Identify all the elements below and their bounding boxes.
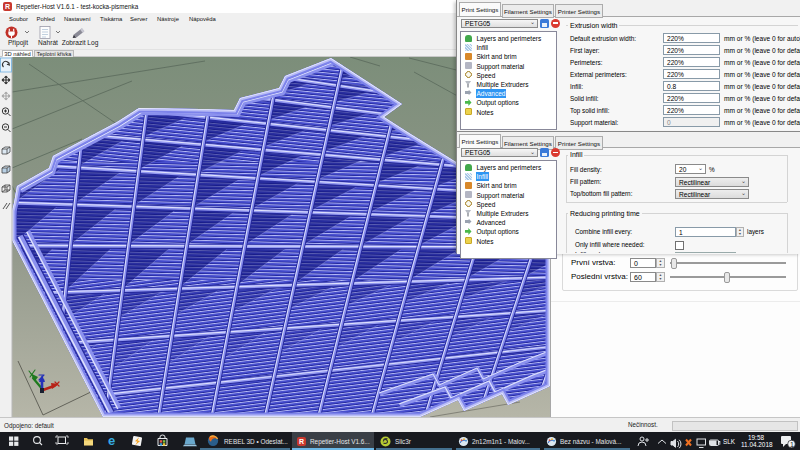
svg-text:1: 1	[790, 441, 794, 448]
svg-text:e: e	[108, 433, 115, 448]
